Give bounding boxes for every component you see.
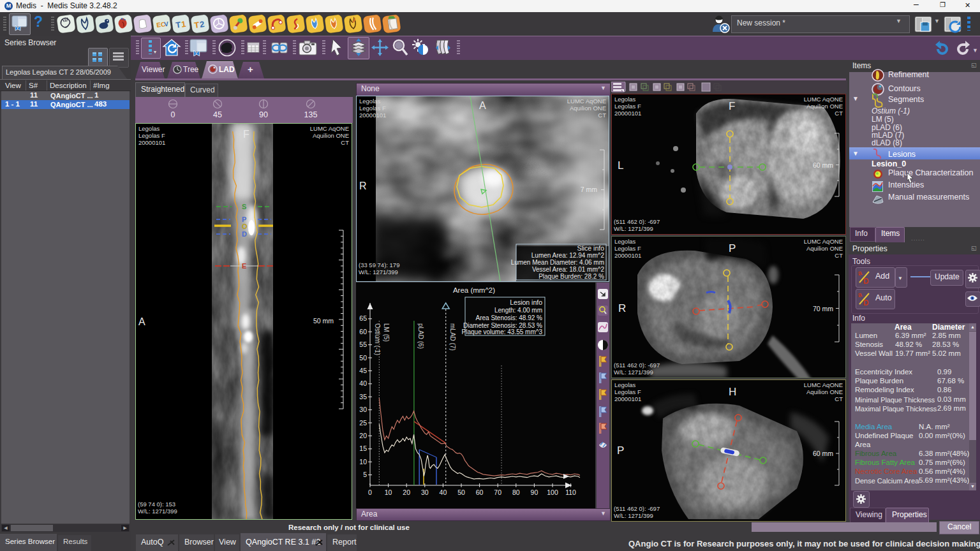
svg-text:W/L: 1271/399: W/L: 1271/399: [359, 268, 398, 276]
svg-text:135: 135: [304, 110, 318, 119]
svg-text:Lumen Mean Diameter: 4.06 mm: Lumen Mean Diameter: 4.06 mm: [511, 259, 604, 266]
svg-text:A: A: [138, 316, 145, 327]
svg-text:LUMC AqONE: LUMC AqONE: [804, 381, 843, 388]
svg-text:LUMC AqONE: LUMC AqONE: [567, 98, 606, 105]
svg-text:90: 90: [259, 110, 268, 119]
svg-text:20: 20: [403, 489, 410, 496]
svg-text:0: 0: [171, 110, 175, 119]
svg-text:E: E: [242, 262, 246, 270]
svg-text:50: 50: [359, 354, 367, 362]
svg-text:H: H: [729, 386, 736, 398]
svg-text:(511 462 0): -697: (511 462 0): -697: [614, 218, 660, 225]
svg-text:7 mm: 7 mm: [581, 186, 598, 193]
svg-text:Legolas F: Legolas F: [359, 105, 386, 112]
svg-text:(511 462 0): -697: (511 462 0): -697: [614, 505, 660, 512]
svg-text:5: 5: [363, 471, 367, 478]
svg-text:(33 59 74): 179: (33 59 74): 179: [359, 261, 399, 268]
svg-text:25: 25: [359, 419, 367, 427]
svg-text:mLAD (7): mLAD (7): [449, 323, 456, 351]
svg-text:Lumen Area: 12.94 mm^2: Lumen Area: 12.94 mm^2: [531, 252, 605, 259]
svg-text:LUMC AqONE: LUMC AqONE: [804, 96, 843, 103]
svg-text:pLAD (6): pLAD (6): [417, 323, 424, 349]
svg-text:W/L: 1271/399: W/L: 1271/399: [138, 508, 177, 515]
svg-text:P: P: [729, 242, 736, 254]
svg-text:W/L: 1271/399: W/L: 1271/399: [614, 512, 653, 519]
svg-text:Ostium (-1): Ostium (-1): [374, 323, 381, 355]
svg-text:Legolas: Legolas: [138, 125, 160, 132]
svg-text:Slice info: Slice info: [577, 244, 604, 252]
svg-text:Aquilion ONE: Aquilion ONE: [570, 105, 606, 112]
svg-text:D: D: [242, 230, 247, 238]
svg-text:60 mm: 60 mm: [813, 161, 833, 169]
svg-text:Legolas: Legolas: [614, 381, 636, 388]
svg-text:Aquilion ONE: Aquilion ONE: [313, 132, 349, 139]
svg-text:80: 80: [512, 489, 520, 496]
svg-text:LM (5): LM (5): [383, 323, 390, 342]
svg-text:O: O: [242, 223, 248, 230]
svg-text:(511 462 0): -697: (511 462 0): -697: [614, 362, 660, 369]
svg-text:30: 30: [421, 489, 429, 496]
svg-text:70: 70: [494, 489, 501, 496]
svg-text:20000101: 20000101: [614, 395, 641, 402]
svg-text:F: F: [243, 129, 249, 140]
svg-text:20000101: 20000101: [138, 139, 165, 146]
svg-text:Aquilion ONE: Aquilion ONE: [806, 245, 843, 252]
svg-text:45: 45: [213, 110, 222, 119]
svg-text:LUMC AqONE: LUMC AqONE: [310, 125, 349, 132]
svg-text:A: A: [479, 100, 486, 111]
svg-text:110: 110: [565, 489, 576, 496]
svg-text:100: 100: [547, 489, 558, 496]
svg-text:CT: CT: [835, 395, 843, 402]
svg-text:LUMC AqONE: LUMC AqONE: [804, 238, 843, 245]
svg-text:CT: CT: [835, 110, 843, 117]
svg-text:L: L: [618, 159, 623, 172]
svg-text:Lesion info: Lesion info: [510, 298, 542, 306]
svg-text:90: 90: [531, 489, 538, 496]
svg-text:20000101: 20000101: [359, 112, 386, 119]
svg-text:60: 60: [476, 489, 484, 496]
svg-text:Vessel Area: 18.01 mm^2: Vessel Area: 18.01 mm^2: [532, 266, 605, 273]
svg-text:Legolas: Legolas: [614, 96, 636, 103]
svg-text:a: a: [858, 290, 863, 298]
svg-text:(59 74 0): 153: (59 74 0): 153: [138, 501, 175, 508]
svg-text:S: S: [242, 203, 246, 210]
svg-text:60 mm: 60 mm: [813, 450, 833, 457]
svg-text:W/L: 1271/399: W/L: 1271/399: [614, 225, 653, 232]
svg-text:CT: CT: [341, 139, 349, 146]
svg-text:Area (mm^2): Area (mm^2): [453, 286, 495, 294]
svg-text:F: F: [729, 100, 735, 112]
svg-text:Aquilion ONE: Aquilion ONE: [806, 388, 843, 395]
svg-text:Area Stenosis: 48.92 %: Area Stenosis: 48.92 %: [475, 314, 542, 321]
svg-text:R: R: [618, 302, 626, 314]
svg-text:Legolas: Legolas: [614, 238, 636, 245]
svg-text:20000101: 20000101: [614, 110, 641, 117]
svg-text:W/L: 1271/399: W/L: 1271/399: [614, 369, 653, 376]
svg-text:Legolas F: Legolas F: [614, 245, 641, 252]
svg-text:15: 15: [359, 444, 367, 452]
svg-text:Plaque volume: 43.55 mm^3: Plaque volume: 43.55 mm^3: [462, 328, 543, 335]
svg-text:40: 40: [440, 489, 447, 496]
svg-text:CT: CT: [598, 112, 606, 119]
svg-text:Legolas F: Legolas F: [614, 103, 641, 110]
svg-text:Legolas: Legolas: [359, 98, 381, 105]
svg-text:40: 40: [359, 379, 367, 387]
svg-text:20000101: 20000101: [614, 252, 641, 259]
svg-text:55: 55: [359, 341, 367, 348]
svg-text:R: R: [359, 180, 367, 191]
svg-text:10: 10: [385, 489, 392, 496]
svg-text:0: 0: [368, 489, 372, 496]
svg-text:35: 35: [359, 393, 367, 400]
svg-text:60: 60: [359, 328, 367, 335]
svg-text:20: 20: [359, 432, 367, 439]
svg-text:50: 50: [457, 489, 465, 496]
svg-text:70 mm: 70 mm: [813, 305, 833, 312]
svg-text:45: 45: [359, 367, 367, 374]
svg-text:65: 65: [359, 314, 367, 322]
svg-text:P: P: [617, 444, 624, 457]
svg-text:CT: CT: [835, 252, 843, 259]
svg-text:Length: 4.00 mm: Length: 4.00 mm: [494, 307, 542, 314]
svg-text:a: a: [858, 268, 863, 277]
svg-text:Plaque Burden: 28.2 %: Plaque Burden: 28.2 %: [538, 273, 604, 280]
svg-text:Legolas F: Legolas F: [614, 388, 641, 395]
svg-text:50 mm: 50 mm: [313, 317, 334, 325]
